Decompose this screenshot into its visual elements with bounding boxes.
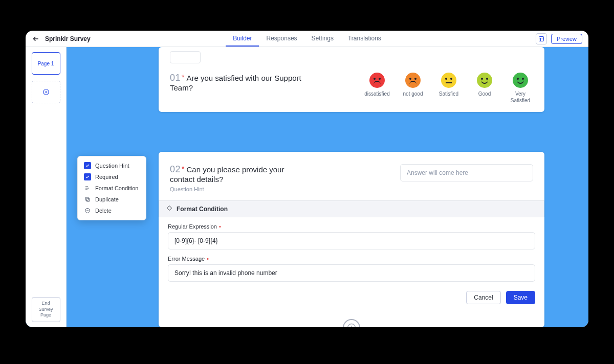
question-context-menu: Question Hint Required Format Condition <box>77 156 146 220</box>
format-condition-body: Regular Expression• Error Message• <box>159 217 544 287</box>
required-asterisk: • <box>207 256 209 262</box>
rating-label: Very Satisfied <box>508 91 533 104</box>
checkbox-checked-icon <box>84 173 91 180</box>
menu-required[interactable]: Required <box>78 171 146 183</box>
canvas: Question Hint Required Format Condition <box>67 47 588 327</box>
face-satisfied-icon <box>441 73 456 88</box>
duplicate-icon <box>84 196 91 203</box>
rating-option-4[interactable]: Good <box>472 73 497 98</box>
face-notgood-icon <box>405 73 421 88</box>
rating-option-1[interactable]: dissatisfied <box>364 73 390 98</box>
question-card-1[interactable]: 01*Are you satisfied with our Support Te… <box>159 47 544 112</box>
menu-format-condition[interactable]: Format Condition <box>78 183 146 194</box>
menu-duplicate[interactable]: Duplicate <box>78 194 146 205</box>
format-condition-header[interactable]: Format Condition <box>159 200 544 217</box>
rating-scale: dissatisfied not good Satisfied <box>364 73 533 104</box>
sidebar-end-page[interactable]: End Survey Page <box>32 297 60 322</box>
workspace: Page 1 End Survey Page Question Hint <box>26 47 588 327</box>
rating-label: not good <box>403 91 423 98</box>
menu-label: Question Hint <box>95 163 129 169</box>
top-bar: Sprinklr Survey Builder Responses Settin… <box>26 31 588 47</box>
format-condition-title: Format Condition <box>177 206 228 213</box>
menu-label: Duplicate <box>95 196 119 202</box>
tab-settings[interactable]: Settings <box>304 31 341 47</box>
tab-responses[interactable]: Responses <box>259 31 304 47</box>
format-condition-icon <box>84 185 91 192</box>
tab-builder[interactable]: Builder <box>226 31 259 47</box>
menu-label: Delete <box>95 208 112 214</box>
page-sidebar: Page 1 End Survey Page <box>26 47 67 327</box>
required-asterisk: * <box>182 165 184 173</box>
add-question-button[interactable] <box>343 319 360 327</box>
app-window: Sprinklr Survey Builder Responses Settin… <box>26 31 588 327</box>
sidebar-page-1[interactable]: Page 1 <box>32 52 60 75</box>
required-asterisk: • <box>219 223 221 230</box>
rating-option-5[interactable]: Very Satisfied <box>508 73 533 104</box>
checkbox-checked-icon <box>84 162 91 169</box>
svg-rect-2 <box>86 198 90 201</box>
rating-option-2[interactable]: not good <box>400 73 426 98</box>
back-arrow-icon[interactable] <box>32 35 40 43</box>
svg-rect-3 <box>85 197 89 200</box>
question-number: 02 <box>170 164 181 174</box>
rating-label: Satisfied <box>439 91 458 98</box>
survey-title: Sprinklr Survey <box>45 35 91 42</box>
face-verysatisfied-icon <box>513 73 528 88</box>
diamond-icon <box>166 205 172 213</box>
face-dissatisfied-icon <box>369 73 385 88</box>
error-message-input[interactable] <box>168 264 535 282</box>
regex-label: Regular Expression <box>168 223 217 230</box>
face-good-icon <box>477 73 492 88</box>
rating-label: Good <box>478 91 491 98</box>
error-label: Error Message <box>168 256 205 262</box>
menu-label: Format Condition <box>95 185 138 191</box>
placeholder-block <box>170 51 201 63</box>
regex-input[interactable] <box>168 232 535 249</box>
layout-icon[interactable] <box>536 33 547 44</box>
question-number: 01 <box>170 73 181 83</box>
sidebar-add-page[interactable] <box>32 81 60 103</box>
menu-label: Required <box>95 174 118 180</box>
question-hint-text: Question Hint <box>170 186 303 192</box>
rating-label: dissatisfied <box>364 91 389 98</box>
main-tabs: Builder Responses Settings Translations <box>226 31 388 47</box>
required-asterisk: * <box>182 73 184 81</box>
question-text: Can you please provide your contact deta… <box>170 165 284 184</box>
menu-question-hint[interactable]: Question Hint <box>78 160 146 171</box>
question-card-2[interactable]: 02*Can you please provide your contact d… <box>159 152 544 327</box>
save-button[interactable]: Save <box>506 291 535 304</box>
preview-button[interactable]: Preview <box>551 34 582 44</box>
cancel-button[interactable]: Cancel <box>466 291 500 304</box>
svg-rect-0 <box>539 36 543 41</box>
tab-translations[interactable]: Translations <box>341 31 388 47</box>
menu-delete[interactable]: Delete <box>78 205 146 216</box>
delete-icon <box>84 207 91 214</box>
rating-option-3[interactable]: Satisfied <box>436 73 462 98</box>
question-text: Are you satisfied with our Support Team? <box>170 74 301 92</box>
answer-placeholder-field[interactable]: Answer will come here <box>400 164 533 181</box>
